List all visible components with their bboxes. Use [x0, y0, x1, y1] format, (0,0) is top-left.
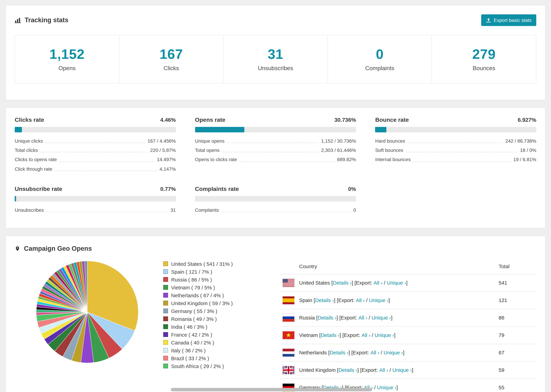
details-link[interactable]: Details ›: [315, 297, 334, 303]
export-all-link[interactable]: All ›: [356, 297, 365, 303]
column-header-country: Country: [299, 263, 499, 269]
rate-detail-label: Total clicks: [15, 147, 38, 153]
rate-percent: 6.927%: [518, 117, 536, 123]
legend-label: United States ( 541 / 31% ): [171, 261, 233, 267]
legend-label: Vietnam ( 79 / 5% ): [171, 285, 215, 290]
details-link[interactable]: Details ›: [318, 315, 336, 321]
slash-text: /: [382, 280, 387, 286]
legend-item-brazil[interactable]: Brazil ( 33 / 2% ): [163, 354, 249, 362]
legend-item-vietnam[interactable]: Vietnam ( 79 / 5% ): [163, 284, 249, 291]
stat-box-opens: 1,152Opens: [15, 35, 119, 84]
export-unique-link[interactable]: Unique ›: [377, 385, 396, 391]
rate-detail-label: Complaints: [195, 207, 219, 213]
stat-value: 31: [268, 47, 283, 62]
rate-detail-value: 14.497%: [157, 156, 176, 163]
export-unique-link[interactable]: Unique ›: [387, 280, 406, 286]
flag-us-icon: [283, 279, 294, 287]
legend-item-india[interactable]: India ( 46 / 3% ): [163, 323, 249, 331]
stats-row: 1,152Opens167Clicks31Unsubscribes0Compla…: [15, 35, 536, 84]
legend-swatch: [163, 285, 168, 290]
legend-label: Russia ( 86 / 5% ): [171, 277, 212, 283]
export-all-link[interactable]: All ›: [359, 315, 367, 321]
rate-detail-row: Clicks to opens rate14.497%: [15, 156, 176, 163]
details-link[interactable]: Details ›: [339, 367, 357, 373]
page-title: Tracking stats: [25, 16, 68, 24]
legend-item-netherlands[interactable]: Netherlands ( 67 / 4% ): [163, 291, 249, 299]
legend-item-canada[interactable]: Canada ( 40 / 2% ): [163, 339, 249, 347]
rate-progress-bar: [15, 127, 176, 132]
stat-label: Opens: [58, 65, 76, 72]
legend-label: Germany ( 55 / 3% ): [171, 308, 217, 314]
flag-gb-icon: [283, 366, 294, 374]
slash-text: /: [365, 297, 369, 303]
legend-item-france[interactable]: France ( 42 / 2% ): [163, 331, 249, 339]
legend-label: Italy ( 36 / 2% ): [171, 348, 206, 353]
dotted-leader: [413, 161, 511, 162]
legend-item-germany[interactable]: Germany ( 55 / 3% ): [163, 307, 249, 315]
rate-percent: 0.77%: [160, 186, 176, 192]
tracking-card-title: Tracking stats: [15, 16, 68, 24]
rate-detail-row: Complaints0: [195, 207, 356, 213]
legend-item-south-africa[interactable]: South Africa ( 29 / 2% ): [163, 362, 249, 370]
country-name: Spain [: [299, 297, 315, 303]
dotted-leader: [45, 143, 145, 143]
dotted-leader: [59, 161, 155, 162]
bracket-text: ] [Export:: [339, 332, 361, 338]
rate-detail-row: Opens to clicks rate689.82%: [195, 156, 356, 163]
rate-detail-value: 242 / 86.738%: [505, 138, 536, 144]
bracket-close-text: ]: [391, 315, 392, 321]
export-all-link[interactable]: All ›: [370, 350, 379, 356]
export-basic-stats-button[interactable]: Export basic stats: [481, 14, 536, 26]
country-cell: United States [Details ›] [Export: All ›…: [283, 279, 499, 287]
legend-item-united-states[interactable]: United States ( 541 / 31% ): [163, 260, 249, 268]
rates-card: Clicks rate4.46%Unique clicks167 / 4.456…: [6, 107, 545, 229]
legend-label: United Kingdom ( 59 / 3% ): [171, 300, 233, 306]
rate-detail-row: Total opens2,303 / 61.446%: [195, 147, 356, 153]
bracket-close-text: ]: [403, 350, 404, 356]
rate-header: Unsubscribe rate0.77%: [15, 186, 176, 193]
legend-item-russia[interactable]: Russia ( 86 / 5% ): [163, 276, 249, 284]
export-unique-link[interactable]: Unique ›: [392, 367, 412, 373]
country-cell: Spain [Details ›] [Export: All › / Uniqu…: [283, 296, 499, 304]
dotted-leader: [222, 152, 319, 152]
rate-progress-bar: [195, 196, 356, 202]
bracket-text: ] [Export:: [334, 297, 356, 303]
rate-header: Clicks rate4.46%: [15, 117, 176, 124]
rates-grid: Clicks rate4.46%Unique clicks167 / 4.456…: [15, 117, 536, 213]
export-unique-link[interactable]: Unique ›: [372, 315, 391, 321]
table-row-united-kingdom: United Kingdom [Details ›] [Export: All …: [280, 361, 536, 379]
legend-swatch: [163, 324, 168, 329]
rate-title: Complaints rate: [195, 186, 239, 193]
details-link[interactable]: Details ›: [333, 280, 352, 286]
horizontal-scrollbar[interactable]: [171, 388, 372, 391]
details-link[interactable]: Details ›: [330, 350, 348, 356]
dotted-leader: [40, 152, 148, 152]
table-row-netherlands: Netherlands [Details ›] [Export: All › /…: [280, 344, 536, 361]
legend-item-italy[interactable]: Italy ( 36 / 2% ): [163, 347, 249, 354]
tracking-card-header: Tracking stats Export basic stats: [15, 14, 536, 26]
stat-box-clicks: 167Clicks: [119, 35, 224, 84]
legend-item-spain[interactable]: Spain ( 121 / 7% ): [163, 268, 249, 276]
country-total: 86: [499, 315, 536, 321]
rate-detail-value: 689.82%: [337, 156, 356, 163]
details-link[interactable]: Details ›: [321, 332, 339, 338]
export-all-link[interactable]: All ›: [379, 367, 388, 373]
flag-es-icon: [283, 296, 294, 304]
stat-value: 1,152: [49, 47, 85, 62]
rate-progress-fill: [375, 127, 386, 132]
map-pin-icon: [15, 245, 20, 252]
export-unique-link[interactable]: Unique ›: [374, 332, 394, 338]
export-unique-link[interactable]: Unique ›: [369, 297, 389, 303]
export-unique-link[interactable]: Unique ›: [384, 350, 403, 356]
rate-title: Opens rate: [195, 117, 225, 124]
bracket-text: ] [Export:: [352, 280, 374, 286]
legend-item-united-kingdom[interactable]: United Kingdom ( 59 / 3% ): [163, 299, 249, 307]
geo-card-title: Campaign Geo Opens: [15, 245, 92, 252]
geo-table-body: United States [Details ›] [Export: All ›…: [280, 274, 536, 392]
export-all-link[interactable]: All ›: [361, 332, 370, 338]
country-total: 121: [499, 297, 536, 303]
legend-label: Romania ( 49 / 3% ): [171, 316, 217, 322]
export-all-link[interactable]: All ›: [374, 280, 382, 286]
legend-item-romania[interactable]: Romania ( 49 / 3% ): [163, 315, 249, 323]
country-cell: United Kingdom [Details ›] [Export: All …: [283, 366, 499, 374]
